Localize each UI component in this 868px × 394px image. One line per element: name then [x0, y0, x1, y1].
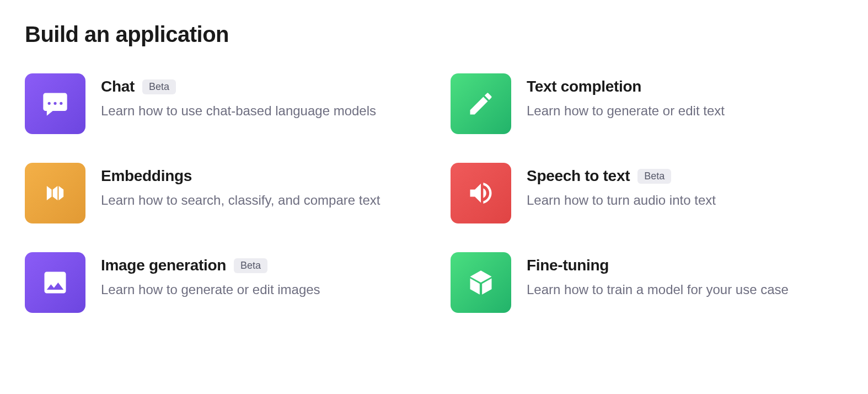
card-chat[interactable]: Chat Beta Learn how to use chat-based la…	[25, 73, 417, 134]
card-title: Image generation	[101, 257, 226, 274]
card-title: Text completion	[527, 78, 641, 95]
card-title: Embeddings	[101, 167, 192, 185]
card-desc: Learn how to use chat-based language mod…	[101, 101, 417, 121]
card-header: Text completion	[527, 78, 843, 95]
card-speech-to-text[interactable]: Speech to text Beta Learn how to turn au…	[451, 163, 843, 223]
card-header: Image generation Beta	[101, 257, 417, 274]
card-desc: Learn how to generate or edit text	[527, 101, 843, 121]
card-title: Chat	[101, 78, 135, 95]
card-desc: Learn how to train a model for your use …	[527, 280, 843, 300]
pencil-icon	[451, 73, 511, 134]
beta-badge: Beta	[142, 79, 176, 94]
card-body: Text completion Learn how to generate or…	[527, 73, 843, 121]
card-title: Fine-tuning	[527, 257, 609, 274]
card-header: Fine-tuning	[527, 257, 843, 274]
card-body: Image generation Beta Learn how to gener…	[101, 252, 417, 300]
card-desc: Learn how to search, classify, and compa…	[101, 190, 417, 210]
embeddings-icon	[25, 163, 85, 223]
speaker-icon	[451, 163, 511, 223]
card-fine-tuning[interactable]: Fine-tuning Learn how to train a model f…	[451, 252, 843, 313]
beta-badge: Beta	[234, 258, 267, 273]
beta-badge: Beta	[637, 169, 671, 184]
card-text-completion[interactable]: Text completion Learn how to generate or…	[451, 73, 843, 134]
card-body: Speech to text Beta Learn how to turn au…	[527, 163, 843, 210]
page-title: Build an application	[25, 22, 843, 47]
card-desc: Learn how to turn audio into text	[527, 190, 843, 210]
card-body: Fine-tuning Learn how to train a model f…	[527, 252, 843, 300]
card-header: Chat Beta	[101, 78, 417, 95]
card-image-generation[interactable]: Image generation Beta Learn how to gener…	[25, 252, 417, 313]
image-icon	[25, 252, 85, 313]
chat-icon	[25, 73, 85, 134]
card-header: Speech to text Beta	[527, 167, 843, 185]
cards-grid: Chat Beta Learn how to use chat-based la…	[25, 73, 843, 313]
cube-icon	[451, 252, 511, 313]
card-embeddings[interactable]: Embeddings Learn how to search, classify…	[25, 163, 417, 223]
card-title: Speech to text	[527, 167, 630, 185]
card-body: Embeddings Learn how to search, classify…	[101, 163, 417, 210]
card-desc: Learn how to generate or edit images	[101, 280, 417, 300]
card-header: Embeddings	[101, 167, 417, 185]
card-body: Chat Beta Learn how to use chat-based la…	[101, 73, 417, 121]
